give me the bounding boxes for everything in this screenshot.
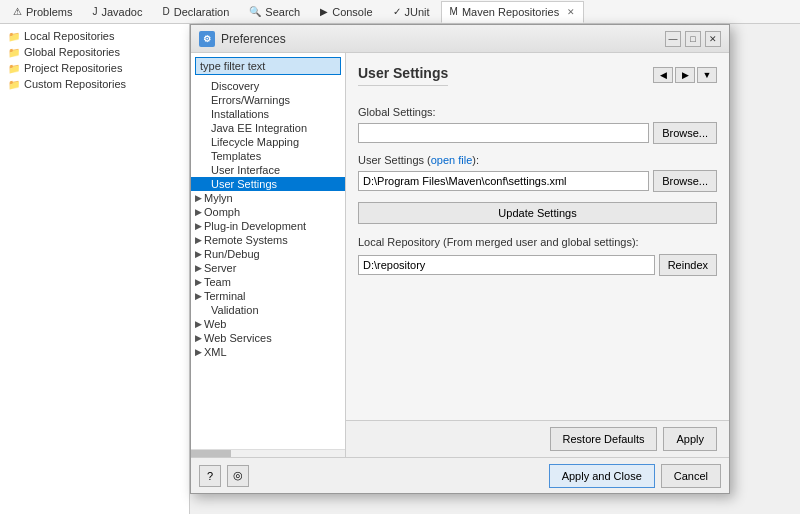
project-repositories-item[interactable]: 📁 Project Repositories [0, 60, 189, 76]
lifecycle-label: Lifecycle Mapping [211, 136, 299, 148]
run-debug-label: Run/Debug [204, 248, 260, 260]
tree-item-mylyn[interactable]: ▶ Mylyn [191, 191, 345, 205]
tab-javadoc-label: Javadoc [101, 6, 142, 18]
restore-defaults-button[interactable]: Restore Defaults [550, 427, 658, 451]
remote-systems-arrow-icon: ▶ [195, 235, 202, 245]
nav-back-button[interactable]: ◀ [653, 67, 673, 83]
tree-item-remote-systems[interactable]: ▶ Remote Systems [191, 233, 345, 247]
global-browse-button[interactable]: Browse... [653, 122, 717, 144]
tree-item-validation[interactable]: Validation [191, 303, 345, 317]
server-arrow-icon: ▶ [195, 263, 202, 273]
filter-input[interactable] [195, 57, 341, 75]
tree-scrollbar-thumb [191, 450, 231, 457]
reindex-button[interactable]: Reindex [659, 254, 717, 276]
tab-problems[interactable]: ⚠ Problems [4, 1, 81, 23]
local-repositories-label: Local Repositories [24, 30, 115, 42]
tree-item-errors-warnings[interactable]: Errors/Warnings [191, 93, 345, 107]
nav-forward-button[interactable]: ▶ [675, 67, 695, 83]
project-repositories-label: Project Repositories [24, 62, 122, 74]
content-actions: Restore Defaults Apply [346, 420, 729, 457]
apply-button[interactable]: Apply [663, 427, 717, 451]
custom-repo-icon: 📁 [8, 79, 20, 90]
tree-item-discovery[interactable]: Discovery [191, 79, 345, 93]
user-settings-label: User Settings (open file): [358, 154, 717, 166]
nav-arrows: ◀ ▶ ▼ [653, 67, 717, 83]
tree-item-lifecycle[interactable]: Lifecycle Mapping [191, 135, 345, 149]
tree-item-web-services[interactable]: ▶ Web Services [191, 331, 345, 345]
tree-scroll[interactable]: Discovery Errors/Warnings Installations … [191, 79, 345, 449]
tab-search-label: Search [265, 6, 300, 18]
maximize-button[interactable]: □ [685, 31, 701, 47]
settings-button[interactable]: ◎ [227, 465, 249, 487]
content-spacer [346, 298, 729, 420]
tree-item-plugin-dev[interactable]: ▶ Plug-in Development [191, 219, 345, 233]
web-services-label: Web Services [204, 332, 272, 344]
installations-label: Installations [211, 108, 269, 120]
section-title: User Settings [358, 65, 448, 86]
cancel-button[interactable]: Cancel [661, 464, 721, 488]
tree-item-user-interface[interactable]: User Interface [191, 163, 345, 177]
user-settings-input[interactable] [358, 171, 649, 191]
terminal-arrow-icon: ▶ [195, 291, 202, 301]
help-button[interactable]: ? [199, 465, 221, 487]
tab-console[interactable]: ▶ Console [311, 1, 381, 23]
global-repo-icon: 📁 [8, 47, 20, 58]
project-repo-icon: 📁 [8, 63, 20, 74]
user-settings-label-end: ): [472, 154, 479, 166]
tree-item-xml[interactable]: ▶ XML [191, 345, 345, 359]
tree-horizontal-scrollbar[interactable] [191, 449, 345, 457]
tab-junit[interactable]: ✓ JUnit [384, 1, 439, 23]
junit-icon: ✓ [393, 6, 401, 17]
tree-item-terminal[interactable]: ▶ Terminal [191, 289, 345, 303]
console-icon: ▶ [320, 6, 328, 17]
tab-problems-label: Problems [26, 6, 72, 18]
user-settings-browse-button[interactable]: Browse... [653, 170, 717, 192]
dialog-body: Discovery Errors/Warnings Installations … [191, 53, 729, 457]
tree-item-java-ee[interactable]: Java EE Integration [191, 121, 345, 135]
minimize-button[interactable]: — [665, 31, 681, 47]
tree-item-run-debug[interactable]: ▶ Run/Debug [191, 247, 345, 261]
tree-panel: Discovery Errors/Warnings Installations … [191, 53, 346, 457]
main-area: 📁 Local Repositories 📁 Global Repositori… [0, 24, 800, 514]
dialog-title-icon: ⚙ [199, 31, 215, 47]
tab-maven-label: Maven Repositories [462, 6, 559, 18]
local-repo-input[interactable] [358, 255, 655, 275]
tab-declaration[interactable]: D Declaration [153, 1, 238, 23]
tree-item-installations[interactable]: Installations [191, 107, 345, 121]
global-settings-input[interactable] [358, 123, 649, 143]
custom-repositories-item[interactable]: 📁 Custom Repositories [0, 76, 189, 92]
tree-item-oomph[interactable]: ▶ Oomph [191, 205, 345, 219]
update-settings-button[interactable]: Update Settings [358, 202, 717, 224]
tab-maven-repositories[interactable]: M Maven Repositories ✕ [441, 1, 585, 23]
tab-javadoc[interactable]: J Javadoc [83, 1, 151, 23]
oomph-arrow-icon: ▶ [195, 207, 202, 217]
tab-bar: ⚠ Problems J Javadoc D Declaration 🔍 Sea… [0, 0, 800, 24]
tab-close-icon[interactable]: ✕ [567, 7, 575, 17]
xml-label: XML [204, 346, 227, 358]
section-header: User Settings ◀ ▶ ▼ [358, 65, 717, 96]
local-repositories-item[interactable]: 📁 Local Repositories [0, 28, 189, 44]
tree-item-server[interactable]: ▶ Server [191, 261, 345, 275]
tree-item-web[interactable]: ▶ Web [191, 317, 345, 331]
local-repo-row: Reindex [358, 254, 717, 276]
apply-and-close-button[interactable]: Apply and Close [549, 464, 655, 488]
user-settings-label-text: User Settings ( [358, 154, 431, 166]
global-settings-row: Browse... [358, 122, 717, 144]
tree-item-team[interactable]: ▶ Team [191, 275, 345, 289]
open-file-link[interactable]: open file [431, 154, 473, 166]
tree-item-user-settings[interactable]: User Settings [191, 177, 345, 191]
content-area: User Settings ◀ ▶ ▼ Global Settings: Bro… [346, 53, 729, 457]
user-interface-label: User Interface [211, 164, 280, 176]
local-repo-label: Local Repository (From merged user and g… [358, 236, 717, 248]
tab-search[interactable]: 🔍 Search [240, 1, 309, 23]
tab-declaration-label: Declaration [174, 6, 230, 18]
global-repositories-item[interactable]: 📁 Global Repositories [0, 44, 189, 60]
user-settings-label: User Settings [211, 178, 277, 190]
team-label: Team [204, 276, 231, 288]
nav-menu-button[interactable]: ▼ [697, 67, 717, 83]
footer-right: Apply and Close Cancel [549, 464, 721, 488]
tree-item-templates[interactable]: Templates [191, 149, 345, 163]
global-repositories-label: Global Repositories [24, 46, 120, 58]
close-button[interactable]: ✕ [705, 31, 721, 47]
plugin-dev-arrow-icon: ▶ [195, 221, 202, 231]
